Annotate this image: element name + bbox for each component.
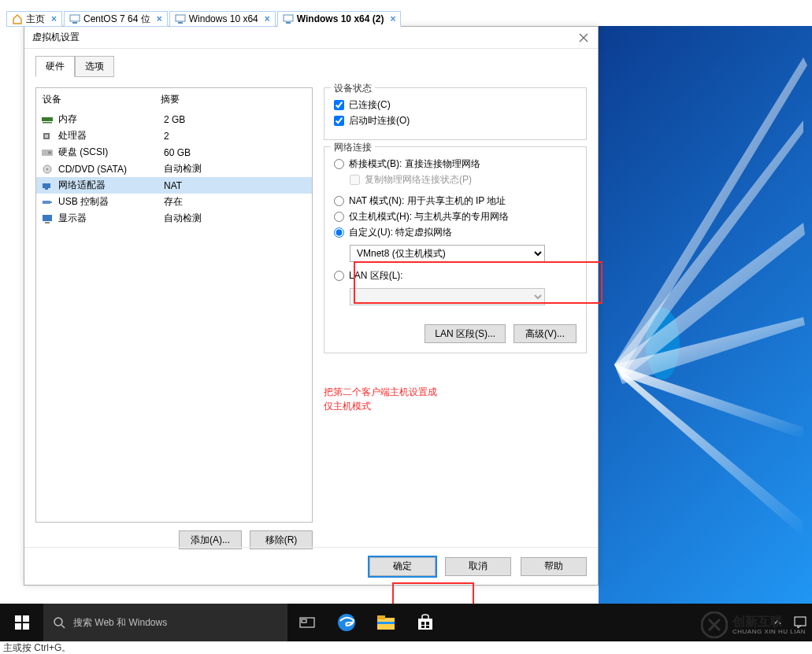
- svg-rect-37: [377, 622, 395, 624]
- edge-browser-button[interactable]: [327, 604, 366, 641]
- tab-hardware[interactable]: 硬件: [35, 56, 75, 77]
- svg-point-19: [46, 168, 49, 170]
- cpu-icon: [41, 131, 54, 141]
- close-icon[interactable]: ×: [265, 13, 270, 24]
- device-row-cpu[interactable]: 处理器 2: [36, 127, 312, 144]
- home-icon: [12, 13, 23, 24]
- taskbar-search[interactable]: 搜索 Web 和 Windows: [43, 604, 287, 641]
- svg-rect-2: [176, 15, 185, 21]
- store-button[interactable]: [406, 604, 445, 641]
- tab-options[interactable]: 选项: [75, 56, 114, 77]
- device-name: 网络适配器: [58, 179, 164, 192]
- logo-icon: [701, 612, 728, 638]
- connected-checkbox[interactable]: 已连接(C): [334, 98, 577, 112]
- group-title: 网络连接: [331, 141, 375, 154]
- dialog-close-button[interactable]: [577, 31, 590, 44]
- column-device: 设备: [43, 93, 161, 106]
- lan-segments-button[interactable]: LAN 区段(S)...: [425, 324, 506, 343]
- tab-label: CentOS 7 64 位: [83, 13, 150, 26]
- device-row-disk[interactable]: 硬盘 (SCSI) 60 GB: [36, 144, 312, 161]
- svg-rect-42: [426, 626, 429, 628]
- svg-rect-33: [302, 619, 306, 623]
- device-name: 硬盘 (SCSI): [58, 146, 164, 159]
- svg-rect-23: [50, 201, 52, 203]
- svg-rect-3: [178, 22, 183, 24]
- svg-point-30: [54, 618, 62, 626]
- close-icon[interactable]: ×: [51, 13, 57, 24]
- svg-rect-40: [426, 622, 429, 625]
- start-button[interactable]: [0, 604, 43, 641]
- device-name: 处理器: [58, 129, 164, 142]
- device-summary: 自动检测: [164, 212, 202, 225]
- svg-line-31: [61, 625, 65, 628]
- svg-rect-4: [284, 15, 293, 21]
- device-status-group: 设备状态 已连接(C) 启动时连接(O): [324, 87, 587, 140]
- device-list[interactable]: 设备 摘要 内存 2 GB 处理器 2 硬盘 (SCSI) 60 GB: [35, 87, 313, 523]
- annotation-text: 把第二个客户端主机设置成 仅主机模式: [324, 385, 587, 413]
- svg-rect-26: [15, 615, 21, 622]
- device-row-usb[interactable]: USB 控制器 存在: [36, 194, 312, 210]
- dialog-footer: 确定 取消 帮助: [24, 547, 598, 585]
- watermark-logo: 创新互联 CHUANG XIN HU LIAN: [701, 612, 806, 638]
- device-summary: NAT: [164, 180, 182, 191]
- highlight-ok-button: [392, 582, 474, 606]
- radio-custom[interactable]: 自定义(U): 特定虚拟网络: [334, 226, 577, 239]
- radio-hostonly[interactable]: 仅主机模式(H): 与主机共享的专用网络: [334, 210, 577, 224]
- device-row-memory[interactable]: 内存 2 GB: [36, 111, 312, 127]
- advanced-button[interactable]: 高级(V)...: [514, 324, 577, 343]
- search-placeholder: 搜索 Web 和 Windows: [73, 616, 167, 630]
- device-row-display[interactable]: 显示器 自动检测: [36, 210, 312, 227]
- ok-button[interactable]: 确定: [369, 557, 436, 576]
- svg-rect-0: [70, 15, 80, 21]
- tab-win10-2[interactable]: Windows 10 x64 (2) ×: [277, 11, 402, 27]
- radio-lan-segment[interactable]: LAN 区段(L):: [334, 269, 577, 283]
- svg-rect-39: [421, 622, 425, 625]
- close-icon[interactable]: ×: [157, 13, 162, 24]
- display-icon: [41, 214, 54, 224]
- svg-rect-15: [45, 135, 48, 138]
- cancel-button[interactable]: 取消: [445, 557, 511, 576]
- column-summary: 摘要: [161, 93, 180, 106]
- svg-point-17: [48, 151, 51, 154]
- connect-poweron-checkbox[interactable]: 启动时连接(O): [334, 114, 577, 127]
- vm-icon: [69, 13, 80, 24]
- device-row-network[interactable]: 网络适配器 NAT: [36, 177, 312, 194]
- svg-rect-25: [45, 222, 50, 224]
- svg-rect-24: [43, 215, 52, 221]
- windows-taskbar: 搜索 Web 和 Windows: [0, 604, 812, 641]
- checkbox-replicate[interactable]: 复制物理网络连接状态(P): [350, 173, 577, 187]
- tab-win10-1[interactable]: Windows 10 x64 ×: [169, 11, 276, 27]
- device-name: USB 控制器: [58, 195, 164, 209]
- device-name: 内存: [58, 113, 164, 126]
- svg-marker-10: [614, 364, 803, 439]
- search-icon: [53, 616, 65, 629]
- device-summary: 60 GB: [164, 147, 191, 158]
- vm-settings-dialog: 虚拟机设置 硬件选项 设备 摘要 内存 2 GB: [24, 26, 599, 586]
- custom-vmnet-select[interactable]: VMnet8 (仅主机模式): [350, 245, 545, 262]
- memory-icon: [41, 115, 54, 124]
- task-view-button[interactable]: [287, 604, 327, 641]
- file-explorer-button[interactable]: [366, 604, 406, 641]
- device-name: CD/DVD (SATA): [58, 164, 164, 175]
- device-row-cd[interactable]: CD/DVD (SATA) 自动检测: [36, 161, 312, 177]
- cd-icon: [41, 164, 54, 174]
- svg-rect-5: [286, 22, 291, 24]
- dialog-titlebar[interactable]: 虚拟机设置: [24, 27, 598, 49]
- svg-rect-29: [23, 623, 29, 630]
- device-detail-panel: 设备状态 已连接(C) 启动时连接(O) 网络连接 桥接模式(B): 直接连接物…: [313, 87, 587, 576]
- device-summary: 2: [164, 131, 169, 142]
- radio-bridged[interactable]: 桥接模式(B): 直接连接物理网络: [334, 157, 577, 171]
- close-icon[interactable]: ×: [390, 13, 395, 24]
- svg-rect-36: [377, 615, 385, 619]
- tab-centos[interactable]: CentOS 7 64 位 ×: [64, 11, 168, 27]
- usb-icon: [41, 198, 54, 207]
- svg-rect-21: [45, 188, 48, 190]
- device-summary: 存在: [164, 195, 183, 209]
- dialog-title: 虚拟机设置: [32, 31, 577, 44]
- help-button[interactable]: 帮助: [521, 557, 587, 576]
- svg-rect-28: [15, 623, 21, 630]
- tab-label: Windows 10 x64 (2): [297, 13, 384, 24]
- svg-rect-38: [418, 619, 432, 630]
- tab-home[interactable]: 主页 ×: [6, 11, 62, 27]
- radio-nat[interactable]: NAT 模式(N): 用于共享主机的 IP 地址: [334, 194, 577, 208]
